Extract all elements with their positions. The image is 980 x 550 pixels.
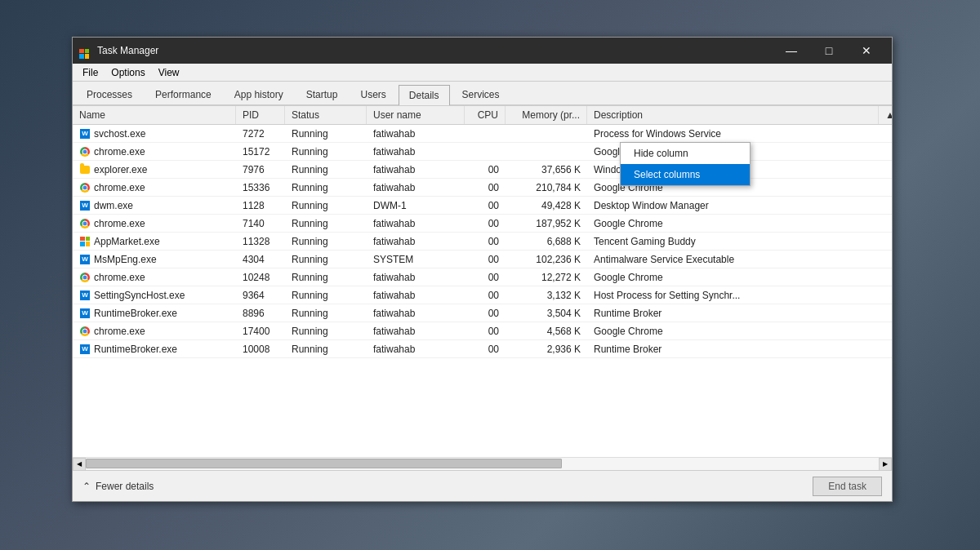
cell-user: fatiwahab	[367, 342, 465, 357]
tab-performance[interactable]: Performance	[145, 84, 222, 104]
cell-status: Running	[285, 162, 367, 177]
svc-icon: W	[79, 344, 91, 355]
tab-users[interactable]: Users	[350, 84, 396, 104]
cell-pid: 11328	[236, 234, 285, 249]
tabs-bar: Processes Performance App history Startu…	[73, 82, 892, 106]
cell-description: Runtime Broker	[587, 306, 892, 321]
minimize-button[interactable]: —	[773, 38, 810, 64]
cell-memory: 2,936 K	[506, 342, 587, 357]
app-icon	[79, 44, 92, 57]
cell-status: Running	[285, 126, 367, 141]
end-task-button[interactable]: End task	[813, 477, 882, 496]
win-icon	[79, 236, 91, 247]
tab-app-history[interactable]: App history	[224, 84, 294, 104]
cell-cpu: 00	[465, 306, 506, 321]
col-header-description[interactable]: Description	[587, 106, 879, 124]
col-header-cpu[interactable]: CPU	[465, 106, 506, 124]
scroll-track-h[interactable]	[86, 458, 879, 471]
cell-description: Google Chrome	[587, 270, 892, 285]
scroll-right-arrow[interactable]: ▶	[879, 458, 892, 471]
col-header-status[interactable]: Status	[285, 106, 367, 124]
cell-description: Google Chrome	[587, 216, 892, 231]
task-manager-window: Task Manager — □ ✕ File Options View Pro…	[72, 37, 893, 502]
cell-user: fatiwahab	[367, 288, 465, 303]
table-row[interactable]: W SettingSyncHost.exe 9364 Running fatiw…	[73, 286, 892, 304]
menu-bar: File Options View	[73, 64, 892, 82]
cell-status: Running	[285, 252, 367, 267]
table-row[interactable]: explorer.exe 7976 Running fatiwahab 00 3…	[73, 161, 892, 179]
cell-description: Antimalware Service Executable	[587, 252, 892, 267]
cell-status: Running	[285, 144, 367, 159]
fewer-details-label: Fewer details	[96, 481, 154, 492]
table-row[interactable]: chrome.exe 10248 Running fatiwahab 00 12…	[73, 268, 892, 286]
table-row[interactable]: W RuntimeBroker.exe 8896 Running fatiwah…	[73, 304, 892, 322]
horizontal-scrollbar[interactable]: ◀ ▶	[73, 457, 892, 470]
cell-user: fatiwahab	[367, 270, 465, 285]
table-body: W svchost.exe 7272 Running fatiwahab Pro…	[73, 125, 892, 457]
cell-cpu	[465, 150, 506, 153]
cell-memory: 3,132 K	[506, 288, 587, 303]
scroll-left-arrow[interactable]: ◀	[73, 458, 86, 471]
cell-status: Running	[285, 288, 367, 303]
table-row[interactable]: W svchost.exe 7272 Running fatiwahab Pro…	[73, 125, 892, 143]
close-button[interactable]: ✕	[848, 38, 885, 64]
cell-name: W dwm.exe	[73, 198, 236, 213]
table-row[interactable]: chrome.exe 7140 Running fatiwahab 00 187…	[73, 215, 892, 233]
scroll-thumb-h[interactable]	[86, 459, 562, 468]
svc-icon: W	[79, 290, 91, 301]
tab-processes[interactable]: Processes	[76, 84, 143, 104]
context-menu-select-columns[interactable]: Select columns	[621, 164, 750, 185]
cell-memory: 187,952 K	[506, 216, 587, 231]
bottom-bar: ⌃ Fewer details End task	[73, 470, 892, 501]
col-header-name[interactable]: Name	[73, 106, 236, 124]
cell-description: Process for Windows Service	[587, 126, 892, 141]
svc-icon: W	[79, 128, 91, 140]
cell-user: fatiwahab	[367, 216, 465, 231]
col-header-user[interactable]: User name	[367, 106, 465, 124]
cell-cpu: 00	[465, 180, 506, 195]
fewer-details-button[interactable]: ⌃ Fewer details	[82, 481, 154, 492]
table-row[interactable]: W MsMpEng.exe 4304 Running SYSTEM 00 102…	[73, 251, 892, 268]
table-row[interactable]: W RuntimeBroker.exe 10008 Running fatiwa…	[73, 340, 892, 358]
folder-icon	[79, 164, 91, 175]
window-controls: — □ ✕	[773, 38, 885, 64]
cell-pid: 15172	[236, 144, 285, 159]
menu-view[interactable]: View	[152, 65, 186, 80]
cell-description: Google Chrome	[587, 324, 892, 339]
table-row[interactable]: chrome.exe 15172 Running fatiwahab Googl…	[73, 143, 892, 161]
col-header-memory[interactable]: Memory (pr...	[506, 106, 587, 124]
menu-file[interactable]: File	[76, 65, 105, 80]
cell-memory: 37,656 K	[506, 162, 587, 177]
maximize-button[interactable]: □	[810, 38, 848, 64]
cell-cpu	[465, 132, 506, 135]
chrome-icon	[79, 146, 91, 157]
cell-user: fatiwahab	[367, 180, 465, 195]
cell-name: W MsMpEng.exe	[73, 252, 236, 267]
table-header: Name PID Status User name CPU Memory (pr…	[73, 106, 892, 125]
cell-pid: 7272	[236, 126, 285, 141]
svc-icon: W	[79, 200, 91, 211]
cell-status: Running	[285, 234, 367, 249]
chrome-icon	[79, 218, 91, 229]
cell-pid: 8896	[236, 306, 285, 321]
context-menu-hide-column[interactable]: Hide column	[621, 143, 750, 164]
cell-user: fatiwahab	[367, 162, 465, 177]
cell-status: Running	[285, 324, 367, 339]
table-row[interactable]: chrome.exe 15336 Running fatiwahab 00 21…	[73, 179, 892, 197]
col-header-pid[interactable]: PID	[236, 106, 285, 124]
tab-details[interactable]: Details	[399, 85, 450, 105]
table-row[interactable]: W dwm.exe 1128 Running DWM-1 00 49,428 K…	[73, 197, 892, 215]
chrome-icon	[79, 326, 91, 337]
cell-status: Running	[285, 198, 367, 213]
cell-pid: 17400	[236, 324, 285, 339]
window-title: Task Manager	[97, 45, 773, 56]
menu-options[interactable]: Options	[105, 65, 151, 80]
tab-startup[interactable]: Startup	[296, 84, 349, 104]
cell-name: chrome.exe	[73, 324, 236, 339]
table-row[interactable]: chrome.exe 17400 Running fatiwahab 00 4,…	[73, 322, 892, 340]
cell-memory: 3,504 K	[506, 306, 587, 321]
cell-user: SYSTEM	[367, 252, 465, 267]
cell-description: Desktop Window Manager	[587, 198, 892, 213]
tab-services[interactable]: Services	[452, 84, 510, 104]
table-row[interactable]: AppMarket.exe 11328 Running fatiwahab 00…	[73, 233, 892, 251]
